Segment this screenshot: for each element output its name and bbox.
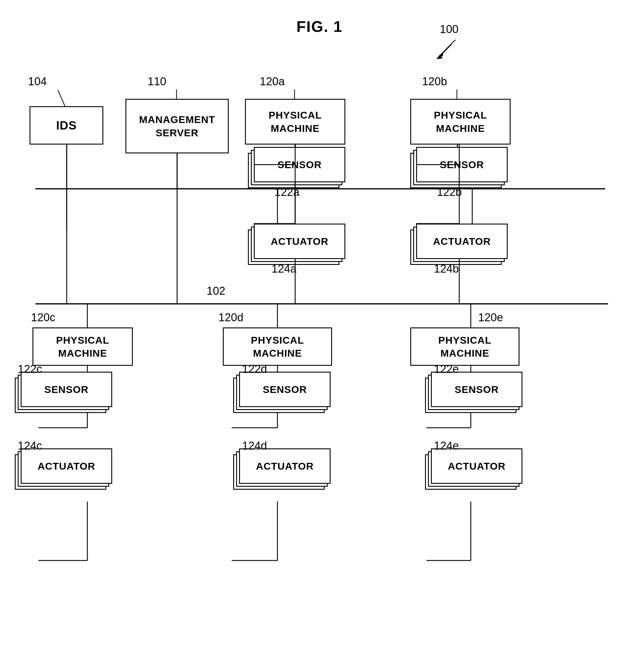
ref-pmd: 120d — [218, 311, 244, 324]
diagram: FIG. 1 100 IDS 104 MANAGEMENTSERVER 110 … — [0, 0, 639, 672]
ref-pma: 120a — [260, 75, 285, 88]
ids-box: IDS — [30, 106, 103, 145]
ref-sensor-a: 122a — [275, 186, 300, 198]
actuator-a-box: ACTUATOR — [254, 224, 345, 259]
ref-actuator-c: 124c — [18, 439, 42, 452]
sensor-c-box: SENSOR — [21, 372, 112, 407]
physical-machine-c-box: PHYSICALMACHINE — [32, 327, 133, 366]
ref-pmc: 120c — [31, 311, 55, 324]
actuator-d-box: ACTUATOR — [239, 448, 330, 484]
ref-actuator-b: 124b — [434, 262, 459, 275]
ref-ids: 104 — [28, 75, 47, 88]
ref-actuator-e: 124e — [434, 439, 459, 452]
sensor-b-box: SENSOR — [416, 147, 508, 182]
ref-bus: 102 — [207, 285, 225, 297]
ref-actuator-d: 124d — [242, 439, 267, 452]
physical-machine-a-box: PHYSICALMACHINE — [245, 99, 345, 145]
actuator-b-box: ACTUATOR — [416, 224, 508, 259]
sensor-a-box: SENSOR — [254, 147, 345, 182]
physical-machine-b-box: PHYSICALMACHINE — [410, 99, 511, 145]
physical-machine-e-box: PHYSICALMACHINE — [410, 327, 519, 366]
ref-pmb: 120b — [422, 75, 447, 88]
ref-pme: 120e — [478, 311, 503, 324]
svg-marker-1 — [437, 54, 443, 59]
ref-actuator-a: 124a — [271, 262, 297, 275]
physical-machine-d-box: PHYSICALMACHINE — [223, 327, 332, 366]
ref-mgmt: 110 — [147, 75, 166, 88]
figure-title: FIG. 1 — [296, 18, 342, 35]
actuator-e-box: ACTUATOR — [431, 448, 523, 484]
ref-sensor-b: 122b — [437, 186, 462, 198]
ref-sensor-c: 122c — [18, 363, 42, 375]
ref-sensor-d: 122d — [242, 363, 267, 375]
ref-sensor-e: 122e — [434, 363, 459, 375]
actuator-c-box: ACTUATOR — [21, 448, 112, 484]
ref-100: 100 — [440, 23, 458, 36]
sensor-e-box: SENSOR — [431, 372, 523, 407]
sensor-d-box: SENSOR — [239, 372, 330, 407]
management-server-box: MANAGEMENTSERVER — [125, 99, 229, 154]
